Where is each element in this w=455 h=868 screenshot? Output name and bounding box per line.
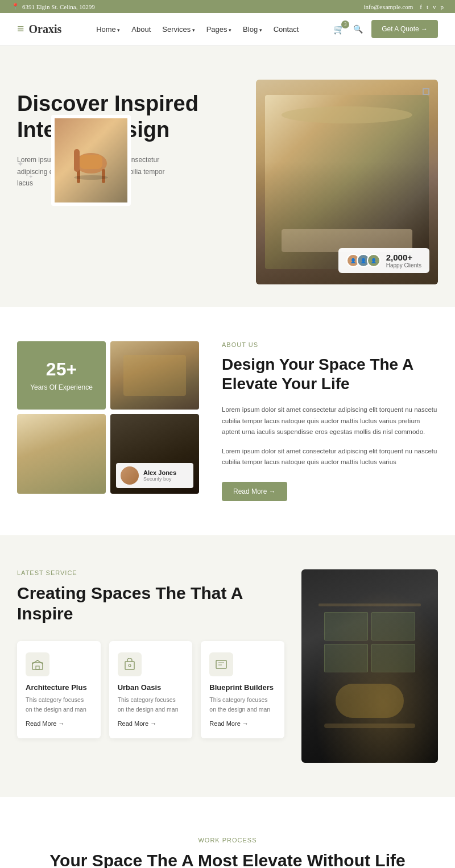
svg-point-9 [129,664,131,667]
header: ≡ Oraxis Home About Services Pages Blog … [0,13,455,46]
avatar-3: 👤 [367,254,380,267]
logo: ≡ Oraxis [17,22,61,36]
service-link-1[interactable]: Read More → [26,720,92,727]
about-read-more-button[interactable]: Read More → [222,482,287,501]
cart-badge: 3 [341,20,349,28]
svg-rect-1 [80,155,102,169]
svg-point-5 [74,175,108,180]
process-tag: Work Process [17,837,438,844]
hero-left: ✦ ✦ Discover Inspired Interior Design Lo… [17,80,239,189]
about-tag: About US [222,341,438,348]
services-right [301,569,438,763]
about-text-2: Lorem ipsum dolor sit amet consectetur a… [222,446,438,468]
service-icon-1 [26,652,49,676]
social-icons: f t v p [420,3,444,10]
about-image-3 [17,414,106,494]
service-desc-1: This category focuses on the design and … [26,695,92,714]
top-bar-right: info@example.com f t v p [363,3,444,10]
service-cards-container: Architecture Plus This category focuses … [17,641,284,738]
about-title: Design Your Space The A Elevate Your Lif… [222,355,438,393]
quote-button[interactable]: Get A Quote → [371,20,438,38]
service-name-1: Architecture Plus [26,683,92,692]
clients-count: 2,000+ [386,253,421,262]
service-card-2: Urban Oasis This category focuses on the… [109,641,193,738]
service-card-3: Blueprint Builders This category focuses… [201,641,284,738]
svg-rect-10 [216,660,226,668]
about-image-4: Alex Jones Security boy [110,414,199,494]
cart-button[interactable]: 🛒 3 [333,24,345,35]
hero-right: 👤 👤 👤 2,000+ Happy Clients [256,80,438,284]
about-section: 25+ Years Of Experience Alex Jones Secur… [0,307,455,535]
service-card-1: Architecture Plus This category focuses … [17,641,101,738]
top-bar: 📍 6391 Elgin St. Celina, 10299 info@exam… [0,0,455,13]
happy-clients-badge: 👤 👤 👤 2,000+ Happy Clients [338,248,429,273]
years-label: Years Of Experience [30,383,93,392]
years-count: 25+ [46,359,77,380]
services-title: Creating Spaces The That A Inspire [17,583,284,624]
nav-services[interactable]: Services [162,25,195,34]
search-button[interactable]: 🔍 [353,24,363,34]
years-experience-card: 25+ Years Of Experience [17,341,106,410]
service-link-3[interactable]: Read More → [209,720,276,727]
hero-small-image [51,115,131,206]
service-icon-2 [118,652,142,676]
nav-contact[interactable]: Contact [274,25,299,34]
logo-icon: ≡ [17,22,24,36]
service-icon-3 [209,652,233,676]
star-decoration-1: ✦ [17,159,24,169]
services-left: Latest Service Creating Spaces The That … [17,569,301,763]
about-content: About US Design Your Space The A Elevate… [222,341,438,501]
service-desc-2: This category focuses on the design and … [118,695,184,714]
services-tag: Latest Service [17,569,284,576]
service-link-2[interactable]: Read More → [118,720,184,727]
nav-blog[interactable]: Blog [243,25,262,34]
about-images: 25+ Years Of Experience Alex Jones Secur… [17,341,199,494]
service-desc-3: This category focuses on the design and … [209,695,276,714]
header-right: 🛒 3 🔍 Get A Quote → [333,20,438,38]
main-nav: Home About Services Pages Blog Contact [96,25,299,34]
hero-section: ✦ ✦ Discover Inspired Interior Design Lo… [0,46,455,307]
about-text-1: Lorem ipsum dolor sit amet consectetur a… [222,404,438,438]
svg-rect-8 [125,662,134,669]
facebook-icon[interactable]: f [420,3,422,10]
hero-main-image: 👤 👤 👤 2,000+ Happy Clients [256,80,438,284]
services-section: Latest Service Creating Spaces The That … [0,535,455,797]
person-name: Alex Jones [143,469,176,476]
hero-chair-image [55,118,127,202]
logo-text: Oraxis [29,23,62,36]
pinterest-icon[interactable]: p [441,3,444,10]
services-image [301,569,438,763]
process-title: Your Space The A Most Elevate Without Li… [17,850,438,868]
svg-rect-4 [74,149,80,172]
person-info: Alex Jones Security boy [143,469,176,482]
client-avatars: 👤 👤 👤 [346,254,380,267]
nav-pages[interactable]: Pages [206,25,231,34]
email-text: info@example.com [363,3,413,10]
twitter-icon[interactable]: t [427,3,428,10]
clients-label: Happy Clients [386,262,421,268]
person-avatar [121,466,139,485]
address-text: 6391 Elgin St. Celina, 10299 [22,3,95,10]
service-name-3: Blueprint Builders [209,683,276,692]
svg-rect-7 [36,666,39,669]
process-section: Work Process Your Space The A Most Eleva… [0,797,455,868]
location-icon: 📍 [11,3,19,10]
nav-home[interactable]: Home [96,25,120,34]
star-decoration-2: ✦ [28,173,33,180]
nav-about[interactable]: About [131,25,151,34]
vimeo-icon[interactable]: v [433,3,436,10]
happy-clients-info: 2,000+ Happy Clients [386,253,421,268]
service-name-2: Urban Oasis [118,683,184,692]
about-image-2 [110,341,199,410]
person-badge: Alex Jones Security boy [116,463,193,488]
person-role: Security boy [143,476,176,482]
top-bar-left: 📍 6391 Elgin St. Celina, 10299 [11,3,95,10]
image-decoration [423,88,429,95]
